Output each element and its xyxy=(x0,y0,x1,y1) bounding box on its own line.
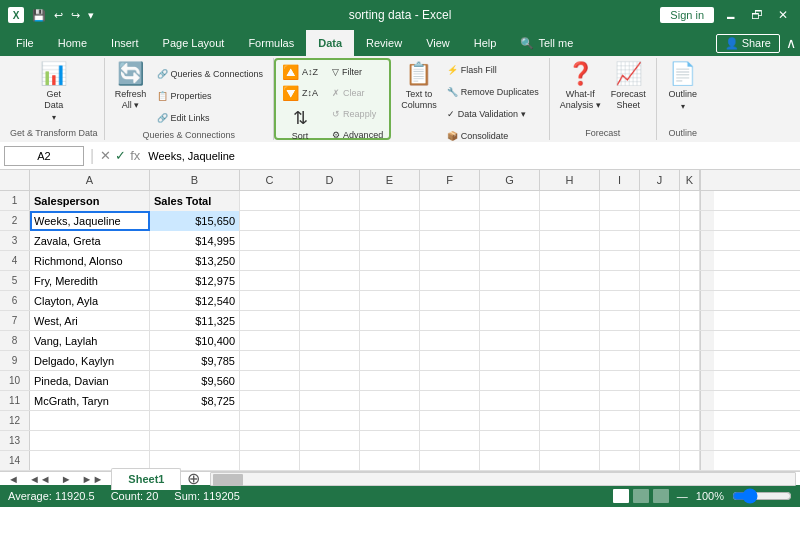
cell[interactable] xyxy=(480,191,540,211)
cell[interactable] xyxy=(640,371,680,391)
table-row[interactable]: 5Fry, Meredith$12,975 xyxy=(0,271,800,291)
formula-input[interactable] xyxy=(144,146,796,166)
col-header-K[interactable]: K xyxy=(680,170,700,190)
flash-fill-btn[interactable]: ⚡Flash Fill xyxy=(443,60,543,80)
cell[interactable] xyxy=(360,331,420,351)
cell[interactable]: Vang, Laylah xyxy=(30,331,150,351)
cell[interactable] xyxy=(360,411,420,431)
cell[interactable] xyxy=(640,331,680,351)
cell[interactable] xyxy=(240,251,300,271)
sheet-tab-sheet1[interactable]: Sheet1 xyxy=(111,468,181,490)
cell[interactable] xyxy=(240,411,300,431)
cell[interactable] xyxy=(540,391,600,411)
cell[interactable] xyxy=(680,191,700,211)
cell[interactable] xyxy=(360,211,420,231)
cell[interactable] xyxy=(640,411,680,431)
cell[interactable]: $14,995 xyxy=(150,231,240,251)
cell[interactable] xyxy=(420,311,480,331)
col-header-A[interactable]: A xyxy=(30,170,150,190)
cell[interactable] xyxy=(420,211,480,231)
tab-insert[interactable]: Insert xyxy=(99,30,151,56)
col-header-H[interactable]: H xyxy=(540,170,600,190)
tab-formulas[interactable]: Formulas xyxy=(236,30,306,56)
cell[interactable] xyxy=(600,451,640,471)
cell[interactable] xyxy=(600,391,640,411)
normal-view-btn[interactable] xyxy=(613,489,629,503)
cell[interactable] xyxy=(360,351,420,371)
advanced-btn[interactable]: ⚙ Advanced xyxy=(328,125,387,145)
page-break-view-btn[interactable] xyxy=(653,489,669,503)
table-row[interactable]: 7West, Ari$11,325 xyxy=(0,311,800,331)
cell[interactable] xyxy=(480,431,540,451)
cell[interactable] xyxy=(360,291,420,311)
tab-help[interactable]: Help xyxy=(462,30,509,56)
table-row[interactable]: 3Zavala, Greta$14,995 xyxy=(0,231,800,251)
cell[interactable]: Fry, Meredith xyxy=(30,271,150,291)
cell[interactable] xyxy=(360,431,420,451)
tab-tell-me[interactable]: 🔍Tell me xyxy=(508,30,585,56)
share-btn[interactable]: 👤 Share xyxy=(716,34,780,53)
horizontal-scrollbar[interactable] xyxy=(210,472,796,486)
cell[interactable] xyxy=(600,331,640,351)
cell[interactable] xyxy=(420,251,480,271)
tab-last-btn[interactable]: ►► xyxy=(78,471,108,487)
cancel-formula-btn[interactable]: ✕ xyxy=(100,148,111,163)
cell[interactable]: $9,560 xyxy=(150,371,240,391)
properties-btn[interactable]: 📋Properties xyxy=(153,86,268,106)
cell[interactable] xyxy=(600,411,640,431)
reapply-btn[interactable]: ↺ Reapply xyxy=(328,104,387,124)
cell[interactable] xyxy=(600,211,640,231)
cell[interactable] xyxy=(300,291,360,311)
sort-az-btn[interactable]: 🔼 A↕Z xyxy=(278,62,322,82)
cell[interactable] xyxy=(640,431,680,451)
cell[interactable] xyxy=(600,311,640,331)
sign-in-btn[interactable]: Sign in xyxy=(660,7,714,23)
sort-btn[interactable]: ⇅ Sort xyxy=(278,104,322,144)
cell[interactable] xyxy=(30,411,150,431)
cell[interactable] xyxy=(420,191,480,211)
table-row[interactable]: 1SalespersonSales Total xyxy=(0,191,800,211)
cell[interactable] xyxy=(150,411,240,431)
cell[interactable]: $11,325 xyxy=(150,311,240,331)
save-qa-btn[interactable]: 💾 xyxy=(30,7,48,24)
cell[interactable] xyxy=(300,211,360,231)
cell[interactable] xyxy=(240,371,300,391)
cell[interactable] xyxy=(680,351,700,371)
cell[interactable] xyxy=(300,411,360,431)
cell[interactable]: Delgado, Kaylyn xyxy=(30,351,150,371)
cell[interactable] xyxy=(150,431,240,451)
outline-btn[interactable]: 📄 Outline ▾ xyxy=(663,60,703,124)
cell[interactable] xyxy=(540,311,600,331)
tab-data[interactable]: Data xyxy=(306,30,354,56)
cell[interactable] xyxy=(480,311,540,331)
cell[interactable]: $9,785 xyxy=(150,351,240,371)
cell[interactable] xyxy=(480,451,540,471)
table-row[interactable]: 4Richmond, Alonso$13,250 xyxy=(0,251,800,271)
cell[interactable]: Zavala, Greta xyxy=(30,231,150,251)
cell[interactable] xyxy=(240,431,300,451)
table-row[interactable]: 2Weeks, Jaqueline$15,650 xyxy=(0,211,800,231)
cell[interactable] xyxy=(360,191,420,211)
cell[interactable] xyxy=(30,431,150,451)
cell[interactable] xyxy=(300,391,360,411)
cell[interactable] xyxy=(360,311,420,331)
col-header-D[interactable]: D xyxy=(300,170,360,190)
cell[interactable] xyxy=(420,451,480,471)
cell[interactable] xyxy=(540,251,600,271)
cell[interactable] xyxy=(240,191,300,211)
cell[interactable] xyxy=(640,191,680,211)
tab-review[interactable]: Review xyxy=(354,30,414,56)
col-header-E[interactable]: E xyxy=(360,170,420,190)
cell[interactable] xyxy=(680,311,700,331)
cell[interactable] xyxy=(600,251,640,271)
cell[interactable] xyxy=(480,371,540,391)
cell[interactable] xyxy=(360,451,420,471)
cell[interactable] xyxy=(420,291,480,311)
insert-function-btn[interactable]: fx xyxy=(130,148,140,163)
cell[interactable]: Pineda, Davian xyxy=(30,371,150,391)
cell[interactable] xyxy=(640,231,680,251)
tab-next-btn[interactable]: ► xyxy=(57,471,76,487)
cell[interactable] xyxy=(540,431,600,451)
cell[interactable] xyxy=(480,351,540,371)
zoom-slider[interactable] xyxy=(732,488,792,504)
